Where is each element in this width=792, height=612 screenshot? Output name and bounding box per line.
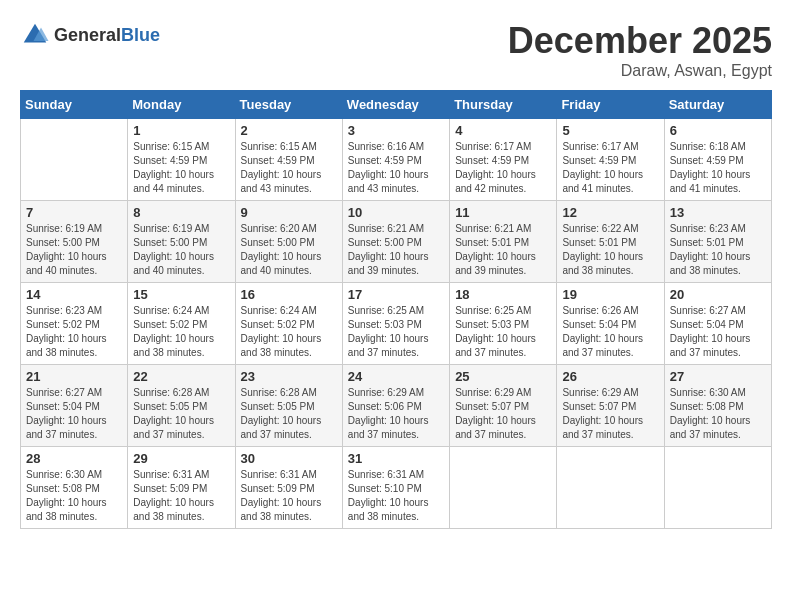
day-number: 7	[26, 205, 122, 220]
day-number: 19	[562, 287, 658, 302]
day-number: 2	[241, 123, 337, 138]
calendar-cell: 20Sunrise: 6:27 AM Sunset: 5:04 PM Dayli…	[664, 283, 771, 365]
day-number: 21	[26, 369, 122, 384]
calendar-cell	[21, 119, 128, 201]
calendar-cell	[664, 447, 771, 529]
calendar-week-row: 14Sunrise: 6:23 AM Sunset: 5:02 PM Dayli…	[21, 283, 772, 365]
calendar-cell: 18Sunrise: 6:25 AM Sunset: 5:03 PM Dayli…	[450, 283, 557, 365]
day-number: 20	[670, 287, 766, 302]
calendar-cell: 30Sunrise: 6:31 AM Sunset: 5:09 PM Dayli…	[235, 447, 342, 529]
calendar-cell: 24Sunrise: 6:29 AM Sunset: 5:06 PM Dayli…	[342, 365, 449, 447]
day-number: 30	[241, 451, 337, 466]
calendar-cell: 12Sunrise: 6:22 AM Sunset: 5:01 PM Dayli…	[557, 201, 664, 283]
calendar-cell	[557, 447, 664, 529]
calendar-cell: 6Sunrise: 6:18 AM Sunset: 4:59 PM Daylig…	[664, 119, 771, 201]
calendar-cell: 15Sunrise: 6:24 AM Sunset: 5:02 PM Dayli…	[128, 283, 235, 365]
day-info: Sunrise: 6:22 AM Sunset: 5:01 PM Dayligh…	[562, 222, 658, 278]
calendar-cell: 16Sunrise: 6:24 AM Sunset: 5:02 PM Dayli…	[235, 283, 342, 365]
calendar-cell: 21Sunrise: 6:27 AM Sunset: 5:04 PM Dayli…	[21, 365, 128, 447]
day-number: 17	[348, 287, 444, 302]
day-info: Sunrise: 6:23 AM Sunset: 5:02 PM Dayligh…	[26, 304, 122, 360]
day-info: Sunrise: 6:30 AM Sunset: 5:08 PM Dayligh…	[670, 386, 766, 442]
day-number: 23	[241, 369, 337, 384]
day-info: Sunrise: 6:29 AM Sunset: 5:06 PM Dayligh…	[348, 386, 444, 442]
day-info: Sunrise: 6:15 AM Sunset: 4:59 PM Dayligh…	[133, 140, 229, 196]
weekday-header-thursday: Thursday	[450, 91, 557, 119]
weekday-header-friday: Friday	[557, 91, 664, 119]
location: Daraw, Aswan, Egypt	[508, 62, 772, 80]
day-number: 12	[562, 205, 658, 220]
day-info: Sunrise: 6:25 AM Sunset: 5:03 PM Dayligh…	[455, 304, 551, 360]
day-number: 3	[348, 123, 444, 138]
calendar-cell: 23Sunrise: 6:28 AM Sunset: 5:05 PM Dayli…	[235, 365, 342, 447]
day-number: 5	[562, 123, 658, 138]
day-number: 28	[26, 451, 122, 466]
logo-icon	[20, 20, 50, 50]
day-info: Sunrise: 6:26 AM Sunset: 5:04 PM Dayligh…	[562, 304, 658, 360]
calendar-cell: 28Sunrise: 6:30 AM Sunset: 5:08 PM Dayli…	[21, 447, 128, 529]
weekday-header-row: SundayMondayTuesdayWednesdayThursdayFrid…	[21, 91, 772, 119]
day-number: 27	[670, 369, 766, 384]
calendar-cell: 1Sunrise: 6:15 AM Sunset: 4:59 PM Daylig…	[128, 119, 235, 201]
day-number: 14	[26, 287, 122, 302]
calendar-cell	[450, 447, 557, 529]
day-info: Sunrise: 6:27 AM Sunset: 5:04 PM Dayligh…	[670, 304, 766, 360]
calendar-cell: 13Sunrise: 6:23 AM Sunset: 5:01 PM Dayli…	[664, 201, 771, 283]
calendar-cell: 2Sunrise: 6:15 AM Sunset: 4:59 PM Daylig…	[235, 119, 342, 201]
calendar-cell: 11Sunrise: 6:21 AM Sunset: 5:01 PM Dayli…	[450, 201, 557, 283]
day-number: 24	[348, 369, 444, 384]
day-info: Sunrise: 6:31 AM Sunset: 5:09 PM Dayligh…	[241, 468, 337, 524]
calendar-week-row: 28Sunrise: 6:30 AM Sunset: 5:08 PM Dayli…	[21, 447, 772, 529]
weekday-header-saturday: Saturday	[664, 91, 771, 119]
day-info: Sunrise: 6:15 AM Sunset: 4:59 PM Dayligh…	[241, 140, 337, 196]
day-number: 25	[455, 369, 551, 384]
calendar: SundayMondayTuesdayWednesdayThursdayFrid…	[20, 90, 772, 529]
calendar-cell: 14Sunrise: 6:23 AM Sunset: 5:02 PM Dayli…	[21, 283, 128, 365]
weekday-header-tuesday: Tuesday	[235, 91, 342, 119]
day-info: Sunrise: 6:19 AM Sunset: 5:00 PM Dayligh…	[133, 222, 229, 278]
day-number: 26	[562, 369, 658, 384]
day-info: Sunrise: 6:21 AM Sunset: 5:01 PM Dayligh…	[455, 222, 551, 278]
weekday-header-wednesday: Wednesday	[342, 91, 449, 119]
logo-text-general: General	[54, 25, 121, 45]
calendar-cell: 4Sunrise: 6:17 AM Sunset: 4:59 PM Daylig…	[450, 119, 557, 201]
day-info: Sunrise: 6:23 AM Sunset: 5:01 PM Dayligh…	[670, 222, 766, 278]
day-info: Sunrise: 6:30 AM Sunset: 5:08 PM Dayligh…	[26, 468, 122, 524]
calendar-week-row: 1Sunrise: 6:15 AM Sunset: 4:59 PM Daylig…	[21, 119, 772, 201]
weekday-header-sunday: Sunday	[21, 91, 128, 119]
day-number: 11	[455, 205, 551, 220]
day-number: 29	[133, 451, 229, 466]
day-number: 8	[133, 205, 229, 220]
calendar-cell: 10Sunrise: 6:21 AM Sunset: 5:00 PM Dayli…	[342, 201, 449, 283]
day-info: Sunrise: 6:17 AM Sunset: 4:59 PM Dayligh…	[562, 140, 658, 196]
calendar-cell: 25Sunrise: 6:29 AM Sunset: 5:07 PM Dayli…	[450, 365, 557, 447]
title-block: December 2025 Daraw, Aswan, Egypt	[508, 20, 772, 80]
calendar-cell: 7Sunrise: 6:19 AM Sunset: 5:00 PM Daylig…	[21, 201, 128, 283]
day-info: Sunrise: 6:24 AM Sunset: 5:02 PM Dayligh…	[133, 304, 229, 360]
day-info: Sunrise: 6:28 AM Sunset: 5:05 PM Dayligh…	[241, 386, 337, 442]
day-info: Sunrise: 6:31 AM Sunset: 5:10 PM Dayligh…	[348, 468, 444, 524]
day-info: Sunrise: 6:25 AM Sunset: 5:03 PM Dayligh…	[348, 304, 444, 360]
calendar-week-row: 21Sunrise: 6:27 AM Sunset: 5:04 PM Dayli…	[21, 365, 772, 447]
logo-text-blue: Blue	[121, 25, 160, 45]
day-number: 1	[133, 123, 229, 138]
weekday-header-monday: Monday	[128, 91, 235, 119]
day-number: 6	[670, 123, 766, 138]
day-number: 9	[241, 205, 337, 220]
day-info: Sunrise: 6:16 AM Sunset: 4:59 PM Dayligh…	[348, 140, 444, 196]
day-number: 4	[455, 123, 551, 138]
month-title: December 2025	[508, 20, 772, 62]
calendar-cell: 17Sunrise: 6:25 AM Sunset: 5:03 PM Dayli…	[342, 283, 449, 365]
day-info: Sunrise: 6:29 AM Sunset: 5:07 PM Dayligh…	[455, 386, 551, 442]
day-number: 13	[670, 205, 766, 220]
day-number: 16	[241, 287, 337, 302]
day-info: Sunrise: 6:28 AM Sunset: 5:05 PM Dayligh…	[133, 386, 229, 442]
day-number: 10	[348, 205, 444, 220]
page-header: GeneralBlue December 2025 Daraw, Aswan, …	[20, 20, 772, 80]
calendar-cell: 26Sunrise: 6:29 AM Sunset: 5:07 PM Dayli…	[557, 365, 664, 447]
day-number: 15	[133, 287, 229, 302]
day-info: Sunrise: 6:20 AM Sunset: 5:00 PM Dayligh…	[241, 222, 337, 278]
day-info: Sunrise: 6:18 AM Sunset: 4:59 PM Dayligh…	[670, 140, 766, 196]
day-number: 31	[348, 451, 444, 466]
calendar-cell: 19Sunrise: 6:26 AM Sunset: 5:04 PM Dayli…	[557, 283, 664, 365]
